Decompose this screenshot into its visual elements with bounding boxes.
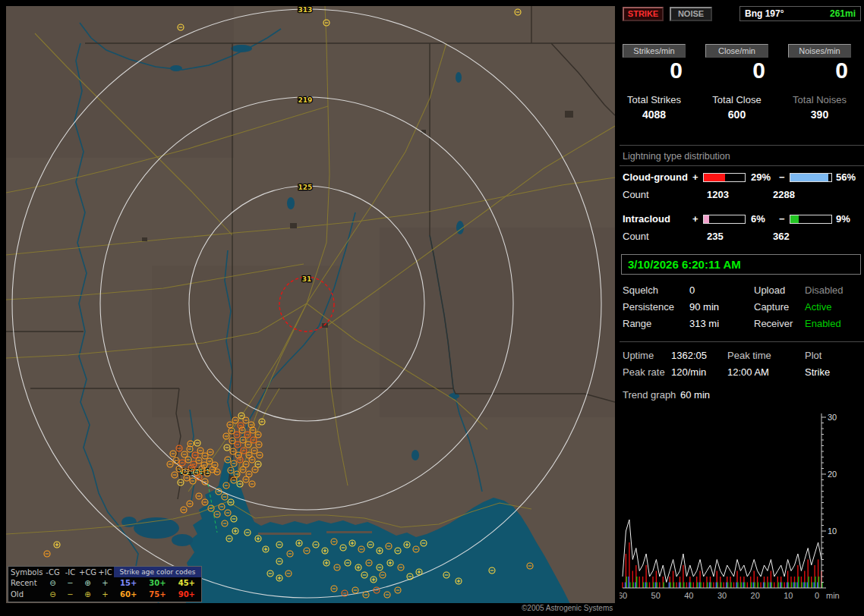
upload-status: Disabled	[805, 284, 861, 296]
range-value: 313 mi	[689, 318, 754, 329]
distribution-title: Lightning type distribution	[620, 148, 864, 166]
indicator-row: STRIKE NOISE Bng 197° 261mi	[623, 6, 861, 21]
total-noises-value: 390	[788, 108, 851, 121]
pos-ic-symbol-icon: +	[96, 579, 114, 587]
age-75: 75+	[143, 590, 172, 599]
total-noises-label: Total Noises	[788, 94, 851, 105]
lightning-map[interactable]: 313 219 125 31 V-2941-1	[6, 6, 615, 603]
bearing-label: Bng 197°	[745, 8, 784, 19]
copyright-text: ©2005 Astrogenic Systems	[522, 604, 613, 612]
legend-recent-label: Recent	[8, 579, 44, 587]
trend-graph-header: Trend graph 60 min	[620, 389, 864, 401]
capture-label: Capture	[754, 301, 805, 313]
total-close-value: 600	[705, 108, 768, 121]
bearing-distance: 261mi	[830, 8, 856, 19]
cg-minus-bar	[790, 173, 832, 182]
svg-text:min: min	[826, 591, 840, 600]
ring-label-125: 125	[298, 184, 313, 191]
intracloud-label: Intracloud	[623, 213, 692, 225]
total-strikes-label: Total Strikes	[623, 94, 686, 105]
legend-col-neg-cg: -CG	[44, 568, 61, 577]
trend-graph-label: Trend graph	[623, 389, 674, 401]
neg-cg-symbol-icon: ⊖	[44, 579, 61, 587]
age-15: 15+	[114, 579, 143, 587]
age-90: 90+	[172, 590, 201, 599]
ring-label-31: 31	[302, 275, 312, 283]
status-grid: Squelch 0 Upload Disabled Persistence 90…	[620, 284, 864, 329]
neg-ic-symbol-icon: −	[61, 579, 79, 587]
map-canvas[interactable]: 313 219 125 31 V-2941-1	[6, 6, 615, 603]
peak-rate-label: Peak rate	[623, 366, 671, 378]
legend-col-pos-ic: +IC	[96, 568, 114, 577]
noises-per-min-value: 0	[788, 58, 851, 83]
ic-plus-count: 235	[707, 231, 758, 242]
trend-graph: 1020306050403020100min	[620, 404, 864, 603]
svg-text:20: 20	[828, 470, 837, 479]
plot-value: Strike	[805, 366, 861, 378]
peak-time-value: 12:00 AM	[727, 366, 805, 378]
minus-sign: −	[779, 213, 790, 225]
plus-sign: +	[692, 171, 703, 183]
barrier-island	[258, 533, 311, 535]
peak-time-label: Peak time	[727, 350, 805, 361]
cg-plus-bar	[703, 173, 746, 182]
divider	[620, 341, 864, 342]
legend-col-neg-ic: -IC	[61, 568, 79, 577]
upload-label: Upload	[754, 284, 805, 296]
count-label: Count	[623, 189, 692, 200]
close-per-min-button[interactable]: Close/min	[705, 44, 768, 58]
legend-row-old: Old ⊖ − ⊕ + 60+ 75+ 90+	[8, 589, 201, 600]
noises-per-min-button[interactable]: Noises/min	[788, 44, 851, 58]
divider	[620, 145, 864, 146]
squelch-label: Squelch	[623, 284, 689, 296]
ic-minus-bar	[790, 215, 832, 224]
cg-minus-count: 2288	[773, 189, 795, 200]
capture-status: Active	[805, 301, 861, 313]
minus-sign: −	[779, 171, 790, 183]
noise-indicator-button[interactable]: NOISE	[670, 7, 712, 21]
neg-ic-symbol-icon: −	[61, 590, 79, 599]
cg-plus-percent: 29%	[747, 171, 779, 183]
peak-rate-value: 120/min	[671, 366, 727, 378]
svg-text:0: 0	[815, 591, 819, 600]
stats-grid: Uptime 1362:05 Peak time Plot Peak rate …	[620, 350, 864, 378]
strikes-per-min-button[interactable]: Strikes/min	[623, 44, 686, 58]
svg-text:30: 30	[828, 413, 837, 422]
trend-graph-duration: 60 min	[680, 389, 710, 401]
age-60: 60+	[114, 590, 143, 599]
pos-ic-symbol-icon: +	[96, 590, 114, 599]
svg-text:20: 20	[751, 591, 760, 600]
svg-text:10: 10	[784, 591, 793, 600]
cloud-ground-count-row: Count 1203 2288	[620, 189, 864, 200]
age-30: 30+	[143, 579, 172, 587]
neg-cg-symbol-icon: ⊖	[44, 590, 61, 599]
persistence-value: 90 min	[689, 301, 754, 313]
ic-plus-percent: 6%	[747, 213, 779, 225]
strike-indicator-button[interactable]: STRIKE	[623, 7, 664, 21]
receiver-label: Receiver	[754, 318, 805, 329]
receiver-status: Enabled	[805, 318, 861, 329]
pos-cg-symbol-icon: ⊕	[79, 590, 96, 599]
ring-label-219: 219	[298, 96, 313, 104]
legend-old-label: Old	[8, 590, 44, 599]
svg-text:50: 50	[651, 591, 661, 600]
svg-text:10: 10	[828, 526, 837, 536]
control-panel: STRIKE NOISE Bng 197° 261mi Strikes/min …	[620, 0, 864, 616]
svg-text:60: 60	[620, 591, 627, 600]
age-45: 45+	[172, 579, 201, 587]
plus-sign: +	[692, 213, 703, 225]
pos-cg-symbol-icon: ⊕	[79, 579, 96, 587]
legend-symbols-header: Symbols	[8, 568, 44, 577]
close-per-min-value: 0	[705, 58, 768, 83]
intracloud-row: Intracloud + 6% − 9%	[620, 213, 864, 225]
legend-age-header: Strike age color codes	[114, 567, 201, 577]
uptime-value: 1362:05	[671, 350, 727, 361]
ic-plus-bar	[703, 215, 746, 224]
plot-label: Plot	[805, 350, 861, 361]
range-label: Range	[623, 318, 689, 329]
cloud-ground-row: Cloud-ground + 29% − 56%	[620, 171, 864, 183]
rate-buttons-row: Strikes/min Close/min Noises/min 0 0 0	[623, 44, 852, 83]
persistence-label: Persistence	[623, 301, 689, 313]
legend-row-recent: Recent ⊖ − ⊕ + 15+ 30+ 45+	[8, 577, 201, 589]
barrier-island	[326, 531, 372, 533]
